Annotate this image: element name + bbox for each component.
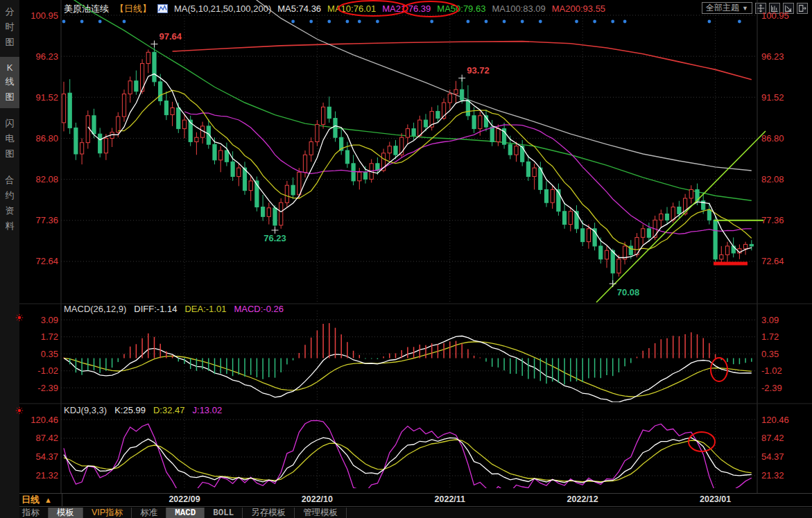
theme-dropdown-button[interactable]: 全部主题 ▼	[702, 2, 752, 14]
macd-axis-label: 0.35	[761, 349, 779, 359]
chart-canvas[interactable]: 100.95100.9596.2396.2391.5291.5286.8086.…	[0, 0, 812, 518]
macd-axis-label: -2.39	[761, 383, 782, 393]
kdj-axis-label: 54.37	[761, 451, 784, 462]
pane-out-icon[interactable]	[797, 3, 808, 14]
triangle-up-icon: ▲	[44, 496, 52, 504]
ma-value: MA50:79.63	[437, 3, 485, 14]
macd-axis-label: 0.35	[41, 349, 58, 359]
red-circle-annotation	[711, 358, 727, 381]
chart-header: 美原油连续 【日线】 MA(5,10,21,50,100,200) MA5:74…	[64, 3, 612, 15]
kdj-j-value: J:13.02	[193, 405, 223, 415]
ma-value: MA5:74.36	[277, 3, 321, 14]
tab-boll[interactable]: BOLL	[205, 508, 243, 518]
macd-axis-label: -1.02	[37, 365, 58, 376]
price-axis-label: 72.64	[35, 256, 58, 266]
price-axis-label: 77.36	[35, 215, 58, 225]
ma-value: MA200:93.55	[552, 3, 605, 14]
ma-value: MA10:76.01	[327, 3, 376, 14]
price-annotation-label: 76.23	[264, 233, 286, 243]
macd-axis-label: -1.02	[761, 365, 782, 376]
kdj-k-value: K:25.99	[114, 405, 146, 415]
time-axis-row: 日线 ▲	[0, 493, 812, 507]
price-axis-label: 86.80	[761, 133, 784, 144]
drawn-trendline[interactable]	[596, 131, 766, 302]
axis-zoom-icon[interactable]	[783, 3, 794, 14]
grid-and-axes: 100.95100.9596.2396.2391.5291.5286.8086.…	[19, 0, 812, 504]
ma-group-label: MA(5,10,21,50,100,200)	[174, 3, 271, 14]
event-dots	[62, 20, 741, 24]
kdj-axis-label: 120.46	[761, 415, 789, 425]
price-axis-label: 96.23	[761, 51, 784, 62]
candlesticks	[62, 44, 753, 284]
left-sidebar: 分时图K线图闪电图合约资料	[0, 0, 19, 518]
macd-axis-label: 3.09	[41, 315, 58, 325]
macd-axis-label: 1.72	[761, 331, 779, 342]
symbol-name: 美原油连续	[64, 3, 109, 15]
indicator-lines	[64, 74, 752, 495]
kdj-panel-header: KDJ(9,3,3) K:25.99 D:32.47 J:13.02	[64, 405, 222, 415]
sidebar-item-time-chart[interactable]: 分时图	[0, 0, 19, 53]
tab-manage-template[interactable]: 管理模板	[295, 508, 347, 518]
price-annotation-label: 93.72	[467, 65, 490, 76]
macd-axis-label: 1.72	[41, 331, 58, 342]
macd-axis-label: -2.39	[37, 383, 58, 393]
macd-diff-value: DIFF:-1.14	[134, 304, 177, 314]
move-icon[interactable]	[755, 3, 766, 14]
macd-macd-value: MACD:-0.26	[234, 304, 284, 314]
price-axis-label: 86.80	[35, 133, 58, 144]
red-circle-annotation	[689, 432, 715, 451]
header-toolbar: 全部主题 ▼	[702, 2, 808, 14]
macd-histogram	[64, 323, 752, 385]
period-label: 日线	[21, 494, 40, 506]
price-annotation-label: 97.64	[159, 31, 182, 42]
sidebar-item-kline-chart[interactable]: K线图	[0, 57, 19, 108]
price-annotation-label: 70.08	[617, 287, 640, 297]
price-axis-label: 91.52	[35, 92, 58, 103]
price-axis-label: 82.08	[35, 174, 58, 184]
macd-title: MACD(26,12,9)	[64, 304, 126, 314]
trading-terminal: 分时图K线图闪电图合约资料 美原油连续 【日线】 MA(5,10,21,50,1…	[0, 0, 812, 518]
kdj-axis-label: 21.32	[35, 470, 58, 481]
period-tag: 【日线】	[115, 3, 151, 15]
price-axis-label: 91.52	[761, 92, 784, 103]
macd-axis-label: 3.09	[761, 315, 779, 325]
kdj-axis-label: 87.42	[761, 433, 784, 443]
kdj-axis-label: 54.37	[35, 451, 58, 462]
tab-vip-indicators[interactable]: VIP指标	[83, 508, 132, 518]
kdj-title: KDJ(9,3,3)	[64, 405, 107, 415]
price-axis-label: 82.08	[761, 174, 784, 184]
chevron-down-icon: ▼	[742, 5, 748, 12]
indicator-tabbar: 指标模板VIP指标标准MACDBOLL另存模板管理模板	[0, 508, 812, 518]
price-axis-label: 72.64	[761, 256, 784, 266]
kline-style-icon[interactable]	[157, 4, 168, 13]
price-axis-label: 77.36	[761, 215, 784, 225]
macd-dea-value: DEA:-1.01	[184, 304, 226, 314]
kdj-axis-label: 120.46	[31, 415, 58, 425]
tab-standard[interactable]: 标准	[132, 508, 166, 518]
ma-value: MA100:83.09	[492, 3, 545, 14]
kdj-d-value: D:32.47	[153, 405, 185, 415]
theme-dropdown-label: 全部主题	[706, 2, 739, 14]
tab-save-template[interactable]: 另存模板	[243, 508, 295, 518]
ma-value: MA21:76.39	[382, 3, 431, 14]
ma-overlays	[64, 0, 752, 200]
sidebar-item-contract-info[interactable]: 合约资料	[0, 169, 19, 237]
price-annotations: 97.6476.2393.7270.08	[151, 31, 640, 298]
ma-values: MA5:74.36MA10:76.01MA21:76.39MA50:79.63M…	[277, 3, 612, 14]
red-markup-annotations	[338, 1, 748, 451]
kdj-axis-label: 87.42	[35, 433, 58, 443]
kdj-axis-label: 21.32	[761, 470, 784, 481]
sidebar-item-flash-chart[interactable]: 闪电图	[0, 112, 19, 165]
price-axis-label: 96.23	[35, 51, 58, 62]
tab-templates[interactable]: 模板	[49, 508, 83, 518]
axis-scale-icon[interactable]	[769, 3, 780, 14]
macd-panel-header: MACD(26,12,9) DIFF:-1.14 DEA:-1.01 MACD:…	[64, 304, 284, 314]
tab-macd[interactable]: MACD	[166, 508, 205, 518]
price-axis-label: 100.95	[31, 10, 58, 21]
